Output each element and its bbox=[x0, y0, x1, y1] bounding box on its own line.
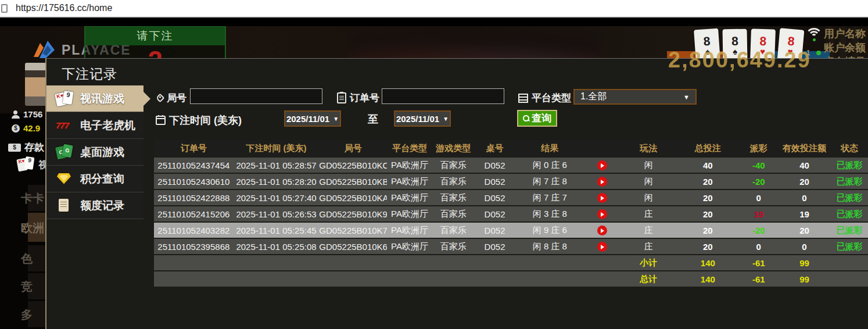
slot-777-icon bbox=[56, 117, 73, 134]
modal-menu: 视讯游戏 电子老虎机 桌面游戏 积分查询 额度记录 bbox=[46, 85, 144, 329]
deposit-button[interactable]: 存款 bbox=[8, 141, 44, 154]
hall-tab-europe[interactable]: 欧洲 bbox=[28, 213, 46, 242]
round-number-label: 局号 bbox=[157, 91, 186, 105]
grand-total-row: 总计 140 -61 99 bbox=[154, 271, 868, 287]
clipboard-icon bbox=[337, 92, 346, 103]
replay-button[interactable] bbox=[597, 242, 607, 252]
account-balance-label: 账户余额 bbox=[824, 41, 866, 55]
banknote-icon bbox=[8, 144, 21, 152]
game-background: PLAYACE 请下注 2 8♠ 8♠ 8♥ 8♥ 2,800,649.29 用… bbox=[0, 17, 868, 329]
top-black-strip bbox=[0, 17, 868, 26]
hall-tab-se[interactable]: 色 bbox=[28, 245, 46, 271]
user-balance: 42.9 bbox=[23, 123, 40, 133]
hall-tab-jing[interactable]: 竞 bbox=[28, 273, 46, 299]
document-icon bbox=[56, 198, 73, 214]
user-balance-row: 42.9 bbox=[12, 123, 40, 133]
replay-button[interactable] bbox=[597, 226, 607, 235]
menu-item-points-query[interactable]: 积分查询 bbox=[46, 166, 144, 192]
user-id-row: 1756 bbox=[12, 109, 42, 119]
chevron-down-icon: ▼ bbox=[443, 116, 449, 122]
username-label: 用户名称 bbox=[824, 27, 866, 41]
hall-tab-kaka[interactable]: 卡卡 bbox=[28, 185, 46, 211]
table-balance-amount: 2,800,649.29 bbox=[668, 48, 811, 73]
video-cards-icon bbox=[56, 91, 73, 107]
menu-item-quota-records[interactable]: 额度记录 bbox=[46, 192, 144, 219]
filter-bar: 局号 订单号 平台类型 1.全部 ▼ 下注时间 (美东) 2025/11/01 bbox=[154, 88, 868, 140]
table-games-icon bbox=[56, 144, 73, 160]
replay-button[interactable] bbox=[597, 160, 607, 170]
date-from-select[interactable]: 2025/11/01 ▼ bbox=[284, 110, 341, 127]
bet-prompt-label: 请下注 bbox=[85, 27, 225, 45]
subtotal-row: 小计 140 -61 99 bbox=[154, 255, 868, 270]
replay-button[interactable] bbox=[597, 209, 607, 219]
table-row: 251101052422888 2025-11-01 05:27:40 GD05… bbox=[154, 190, 868, 205]
table-header-row: 订单号 下注时间 (美东) 局号 平台类型 游戏类型 桌号 结果 玩法 总投注 … bbox=[154, 140, 868, 156]
search-icon bbox=[523, 115, 529, 121]
diamond-icon bbox=[56, 171, 73, 187]
server-icon bbox=[518, 94, 528, 103]
avatar bbox=[25, 63, 48, 106]
table-row: 251101052437454 2025-11-01 05:28:57 GD05… bbox=[154, 158, 868, 173]
bet-records-modal: 下注记录 视讯游戏 电子老虎机 桌面游戏 积分查询 额度记录 bbox=[45, 58, 868, 329]
wifi-icon bbox=[805, 28, 823, 42]
to-label: 至 bbox=[368, 112, 378, 126]
chevron-down-icon: ▼ bbox=[333, 116, 339, 122]
search-button[interactable]: 查询 bbox=[517, 110, 557, 127]
table-row: 251101052415206 2025-11-01 05:26:53 GD05… bbox=[154, 206, 868, 221]
deposit-label: 存款 bbox=[24, 141, 44, 154]
menu-item-slots[interactable]: 电子老虎机 bbox=[46, 112, 144, 139]
calendar-icon bbox=[156, 116, 166, 125]
bet-records-table: 订单号 下注时间 (美东) 局号 平台类型 游戏类型 桌号 结果 玩法 总投注 … bbox=[154, 140, 868, 288]
table-row: 251101052395868 2025-11-01 05:25:08 GD05… bbox=[154, 239, 868, 254]
video-games-shortcut[interactable]: 视 bbox=[17, 157, 48, 172]
hall-tab-duo[interactable]: 多 bbox=[28, 301, 46, 327]
chevron-down-icon: ▼ bbox=[683, 94, 690, 101]
browser-address-bar[interactable]: https://175616.cc/home bbox=[0, 0, 868, 17]
round-number-input[interactable] bbox=[190, 88, 322, 104]
site-info-icon[interactable] bbox=[1, 4, 8, 13]
menu-item-table-games[interactable]: 桌面游戏 bbox=[46, 139, 144, 166]
order-number-input[interactable] bbox=[382, 88, 504, 104]
cards-icon bbox=[17, 157, 35, 172]
playace-logo-icon bbox=[33, 40, 56, 60]
url-text[interactable]: https://175616.cc/home bbox=[16, 3, 112, 13]
platform-type-label: 平台类型 bbox=[518, 91, 571, 105]
replay-button[interactable] bbox=[597, 193, 607, 203]
table-row: 251101052430610 2025-11-01 05:28:20 GD05… bbox=[154, 174, 868, 189]
money-bag-icon bbox=[12, 124, 20, 133]
order-number-label: 订单号 bbox=[337, 91, 379, 105]
bet-time-label: 下注时间 (美东) bbox=[156, 113, 242, 127]
tag-icon bbox=[156, 94, 165, 103]
user-id: 1756 bbox=[23, 109, 42, 119]
date-to-select[interactable]: 2025/11/01 ▼ bbox=[394, 110, 451, 127]
platform-type-select[interactable]: 1.全部 ▼ bbox=[573, 89, 697, 105]
seat-dot-green bbox=[816, 51, 821, 55]
menu-item-video-games[interactable]: 视讯游戏 bbox=[46, 85, 144, 112]
person-icon bbox=[12, 110, 20, 119]
table-row: 251101052403282 2025-11-01 05:25:45 GD05… bbox=[154, 223, 868, 238]
replay-button[interactable] bbox=[597, 177, 607, 187]
